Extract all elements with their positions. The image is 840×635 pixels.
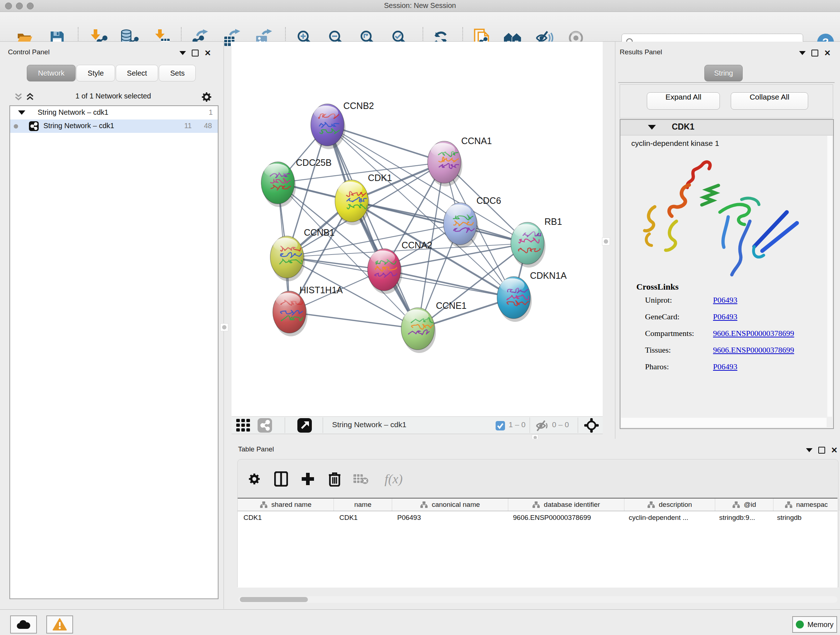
tab-sets[interactable]: Sets — [159, 65, 196, 81]
delete-column-button[interactable] — [325, 469, 345, 489]
column-header-canonical-name[interactable]: canonical name — [392, 499, 508, 511]
collapse-entry-icon[interactable] — [648, 125, 656, 130]
delete-table-button-disabled — [351, 469, 371, 489]
column-header-database-identifier[interactable]: database identifier — [508, 499, 624, 511]
collapse-all-button[interactable]: Collapse All — [731, 92, 808, 110]
maximize-panel-icon[interactable] — [818, 447, 825, 454]
network-tree-item[interactable]: String Network – cdk1 11 48 — [10, 119, 218, 133]
tab-network[interactable]: Network — [27, 65, 76, 81]
float-panel-icon[interactable] — [799, 51, 806, 55]
warnings-button[interactable] — [46, 616, 73, 633]
close-panel-icon[interactable]: ✕ — [831, 448, 837, 453]
status-bar: Memory — [0, 609, 840, 635]
cloud-icon — [16, 619, 31, 630]
entry-header[interactable]: CDK1 — [621, 120, 833, 135]
crosslink-link[interactable]: P06493 — [713, 362, 737, 371]
column-header--id[interactable]: @id — [715, 499, 774, 511]
create-column-button[interactable] — [298, 469, 318, 489]
network-tree-item[interactable]: String Network – cdk1 1 — [10, 106, 218, 119]
table-horizontal-scrollbar[interactable] — [238, 596, 837, 603]
crosslink-link[interactable]: 9606.ENSP00000378699 — [713, 345, 794, 355]
tab-string[interactable]: String — [704, 65, 743, 81]
crosslink-link[interactable]: P06493 — [713, 312, 737, 321]
tab-select[interactable]: Select — [116, 65, 158, 81]
expand-all-button[interactable]: Expand All — [647, 92, 720, 110]
network-node-ccnb1[interactable]: CCNB1 — [270, 227, 335, 281]
table-cell[interactable]: CDK1 — [238, 511, 333, 524]
results-vertical-scrollbar[interactable] — [827, 136, 832, 417]
network-overview-share-icon[interactable] — [257, 418, 272, 432]
crosslinks-title: CrossLinks — [636, 282, 824, 292]
node-label: CCNB1 — [304, 227, 335, 238]
crosslink-link[interactable]: 9606.ENSP00000378699 — [713, 329, 794, 338]
string-network-graph: CCNB2CCNA1CDC25BCDK1CDC6RB1CCNB1CCNA2CDK… — [232, 42, 603, 416]
network-node-ccne1[interactable]: CCNE1 — [401, 301, 467, 353]
selected-checkbox-icon[interactable] — [496, 421, 505, 431]
network-edge[interactable] — [384, 270, 514, 298]
crosslink-link[interactable]: P06493 — [713, 295, 737, 305]
show-columns-button[interactable] — [271, 469, 291, 489]
network-edge[interactable] — [352, 201, 527, 243]
expand-collapse-triangle[interactable] — [18, 111, 25, 115]
network-edge[interactable] — [289, 312, 418, 329]
close-panel-icon[interactable]: ✕ — [824, 50, 831, 56]
network-options-gear-icon[interactable] — [201, 92, 212, 103]
fx-icon: f(x) — [385, 471, 403, 486]
network-node-hist1h1a[interactable]: HIST1H1A — [273, 285, 343, 336]
memory-button[interactable]: Memory — [792, 616, 837, 633]
network-node-cdkn1a[interactable]: CDKN1A — [497, 271, 567, 322]
network-selection-status: 1 of 1 Network selected — [3, 92, 224, 100]
table-row[interactable]: CDK1CDK1P064939606.ENSP00000378699cyclin… — [238, 511, 837, 524]
network-view-toolbar: String Network – cdk1 1 – 0 0 – 0 — [232, 416, 603, 434]
column-header-description[interactable]: description — [624, 499, 715, 511]
fit-selected-crosshair-icon[interactable] — [584, 418, 599, 432]
network-edge[interactable] — [327, 125, 418, 329]
open-in-new-window-icon[interactable] — [297, 418, 312, 432]
title-bar: Session: New Session — [0, 0, 840, 12]
network-node-ccna2[interactable]: CCNA2 — [368, 240, 432, 294]
scrollbar-thumb[interactable] — [240, 597, 308, 602]
birdseye-grid-icon[interactable] — [236, 419, 251, 432]
maximize-panel-icon[interactable] — [812, 50, 818, 57]
network-count: 1 — [209, 108, 213, 117]
delete-table-icon — [353, 473, 369, 485]
column-header-name[interactable]: name — [334, 499, 392, 511]
gene-name: CDK1 — [672, 122, 695, 132]
left-splitter-handle[interactable] — [220, 323, 228, 331]
node-label: CDK1 — [368, 173, 392, 183]
right-splitter-handle[interactable] — [602, 238, 610, 245]
float-panel-icon[interactable] — [806, 448, 813, 452]
table-cell[interactable]: CDK1 — [333, 511, 392, 524]
node-table-header: shared namenamecanonical namedatabase id… — [238, 499, 837, 511]
table-cell[interactable]: 9606.ENSP00000378699 — [507, 511, 623, 524]
network-node-rb1[interactable]: RB1 — [511, 217, 562, 268]
network-view-canvas[interactable]: CCNB2CCNA1CDC25BCDK1CDC6RB1CCNB1CCNA2CDK… — [232, 42, 603, 416]
results-panel-title: Results Panel — [620, 48, 662, 56]
table-cell[interactable]: stringdb:9... — [714, 511, 771, 524]
network-node-ccnb2[interactable]: CCNB2 — [311, 101, 374, 149]
table-cell[interactable]: cyclin-dependent ... — [623, 511, 714, 524]
network-node-cdc6[interactable]: CDC6 — [444, 195, 501, 248]
node-label: CCNA1 — [461, 136, 492, 146]
results-panel: Results Panel ✕ String Expand All Collap… — [615, 42, 838, 439]
separator — [323, 417, 323, 433]
cloud-status-button[interactable] — [10, 616, 37, 633]
tab-style[interactable]: Style — [76, 65, 115, 81]
network-edges — [278, 125, 527, 329]
table-cell[interactable]: P06493 — [392, 511, 507, 524]
results-horizontal-scrollbar[interactable] — [621, 418, 827, 427]
table-cell[interactable]: stringdb — [771, 511, 837, 524]
crosslink-row: GeneCard:P06493 — [636, 309, 824, 325]
hierarchy-icon — [647, 501, 655, 508]
float-panel-icon[interactable] — [180, 51, 186, 55]
trash-icon — [328, 471, 341, 486]
maximize-panel-icon[interactable] — [192, 50, 199, 57]
column-header-shared-name[interactable]: shared name — [238, 499, 334, 511]
crosslink-label: Compartments: — [645, 329, 694, 338]
column-header-namespac[interactable]: namespac — [774, 499, 839, 511]
memory-label: Memory — [807, 621, 834, 629]
close-panel-icon[interactable]: ✕ — [204, 50, 211, 56]
network-node-cdc25b[interactable]: CDC25B — [261, 157, 332, 207]
network-node-ccna1[interactable]: CCNA1 — [428, 136, 492, 187]
table-settings-button[interactable] — [244, 469, 264, 489]
